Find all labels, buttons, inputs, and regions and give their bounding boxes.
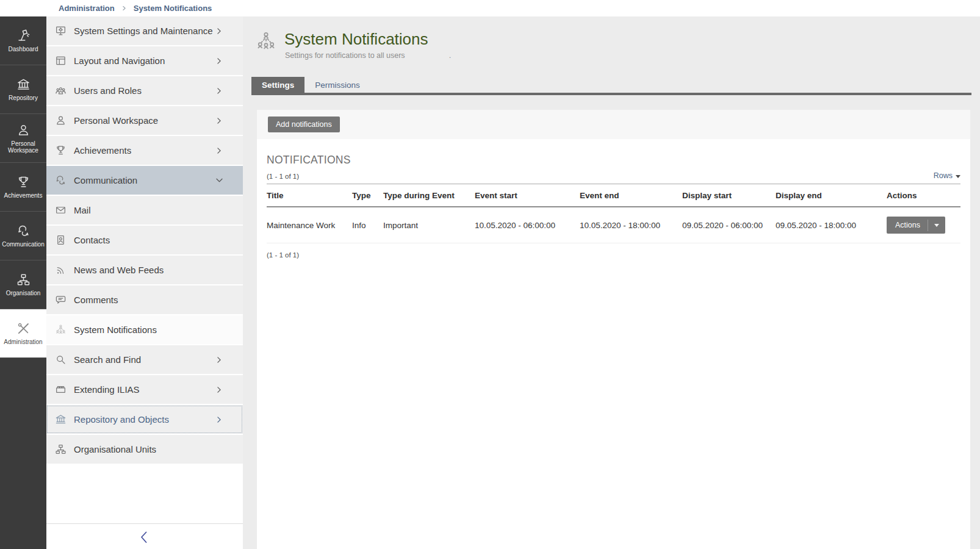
breadcrumb-item-current[interactable]: System Notifications xyxy=(134,4,212,13)
breadcrumb-bar: Administration System Notifications xyxy=(0,0,980,16)
sidebar-item-label: Mail xyxy=(74,205,91,215)
panel-toolbar: Add notifications xyxy=(257,110,970,139)
cell-display-start: 09.05.2020 - 06:00:00 xyxy=(682,207,776,243)
table-header-row: Title Type Type during Event Event start… xyxy=(267,184,960,207)
comment-icon xyxy=(55,295,67,306)
rail-item-achievements[interactable]: Achievements xyxy=(0,163,46,212)
row-actions-button[interactable]: Actions xyxy=(887,217,945,234)
rail-item-administration[interactable]: Administration xyxy=(0,309,46,358)
sidebar-item-search-find[interactable]: Search and Find xyxy=(46,345,243,374)
sidebar-item-layout-navigation[interactable]: Layout and Navigation xyxy=(46,46,243,75)
sidebar-item-label: Layout and Navigation xyxy=(74,56,165,66)
add-notifications-button[interactable]: Add notifications xyxy=(268,117,340,132)
section-title: NOTIFICATIONS xyxy=(267,154,960,167)
cell-display-end: 09.05.2020 - 18:00:00 xyxy=(776,207,887,243)
users-icon xyxy=(55,85,67,96)
people-network-icon xyxy=(55,325,67,336)
rail-item-dashboard[interactable]: Dashboard xyxy=(0,16,46,65)
orgchart-icon xyxy=(55,444,67,455)
rail-item-label: Communication xyxy=(1,241,45,248)
sidebar-item-label: News and Web Feeds xyxy=(74,265,164,275)
sidebar-item-label: System Notifications xyxy=(74,325,157,335)
sidebar-item-repository-objects[interactable]: Repository and Objects xyxy=(46,405,243,434)
rail-item-label: Organisation xyxy=(5,290,42,296)
notifications-table: Title Type Type during Event Event start… xyxy=(267,184,960,243)
rail-item-repository[interactable]: Repository xyxy=(0,65,46,114)
sidebar-item-users-roles[interactable]: Users and Roles xyxy=(46,76,243,105)
cell-type: Info xyxy=(352,207,383,243)
rail-item-label: Administration xyxy=(2,339,43,345)
main-rail: Dashboard Repository Personal Workspace … xyxy=(0,16,46,549)
rail-item-personal-workspace[interactable]: Personal Workspace xyxy=(0,114,46,163)
sidebar-item-extending-ilias[interactable]: Extending ILIAS xyxy=(46,375,243,404)
envelope-icon xyxy=(55,205,67,216)
rail-item-communication[interactable]: Communication xyxy=(0,212,46,260)
breadcrumb-separator-icon xyxy=(121,5,128,12)
chevron-right-icon xyxy=(215,384,227,395)
bank-icon xyxy=(16,77,31,92)
magnifier-icon xyxy=(55,354,67,365)
idcard-icon xyxy=(55,235,67,246)
chat-icon xyxy=(55,175,67,186)
actions-dropdown-toggle[interactable] xyxy=(928,220,945,231)
sidebar-item-achievements[interactable]: Achievements xyxy=(46,136,243,165)
subtitle-trailing-dot: . xyxy=(449,51,451,60)
column-header-title: Title xyxy=(267,184,352,207)
sidebar-item-label: Users and Roles xyxy=(74,85,142,96)
sidebar-item-communication[interactable]: Communication xyxy=(46,166,243,195)
sidebar-item-label: Achievements xyxy=(74,145,131,156)
cell-event-end: 10.05.2020 - 18:00:00 xyxy=(580,207,682,243)
layout-icon xyxy=(55,56,67,66)
admin-sidebar: System Settings and Maintenance Layout a… xyxy=(46,16,243,549)
column-header-event-start: Event start xyxy=(475,184,580,207)
page-header: System Notifications Settings for notifi… xyxy=(243,16,980,77)
tools-icon xyxy=(16,321,31,336)
column-header-display-end: Display end xyxy=(776,184,887,207)
cell-event-start: 10.05.2020 - 06:00:00 xyxy=(475,207,580,243)
chevron-right-icon xyxy=(215,115,227,126)
column-header-display-start: Display start xyxy=(682,184,776,207)
sidebar-item-contacts[interactable]: Contacts xyxy=(46,226,243,254)
notifications-section: NOTIFICATIONS (1 - 1 of 1) Rows Title Ty… xyxy=(257,139,970,259)
sidebar-item-system-notifications[interactable]: System Notifications xyxy=(46,315,243,344)
rail-item-organisation[interactable]: Organisation xyxy=(0,260,46,309)
user-icon xyxy=(16,123,31,137)
cell-type-during-event: Important xyxy=(383,207,475,243)
rail-item-label: Achievements xyxy=(3,192,44,199)
sidebar-item-mail[interactable]: Mail xyxy=(46,196,243,224)
trophy-icon xyxy=(16,175,31,189)
chevron-right-icon xyxy=(215,26,227,37)
sidebar-item-system-settings[interactable]: System Settings and Maintenance xyxy=(46,16,243,45)
tab-settings[interactable]: Settings xyxy=(251,77,304,93)
breadcrumb: Administration System Notifications xyxy=(59,0,212,16)
column-header-actions: Actions xyxy=(887,184,960,207)
sidebar-item-comments[interactable]: Comments xyxy=(46,285,243,314)
sidebar-item-label: Search and Find xyxy=(74,354,141,365)
brick-icon xyxy=(55,384,67,395)
table-row: Maintenance Work Info Important 10.05.20… xyxy=(267,207,960,243)
rows-dropdown[interactable]: Rows xyxy=(934,171,960,180)
sidebar-item-organisational-units[interactable]: Organisational Units xyxy=(46,435,243,464)
sidebar-item-personal-workspace[interactable]: Personal Workspace xyxy=(46,106,243,135)
tab-permissions[interactable]: Permissions xyxy=(304,77,370,93)
content-panel: Add notifications NOTIFICATIONS (1 - 1 o… xyxy=(257,110,970,549)
rail-item-label: Personal Workspace xyxy=(0,140,46,154)
user-icon xyxy=(55,115,67,126)
sidebar-item-label: Contacts xyxy=(74,235,110,245)
chat-icon xyxy=(16,224,31,238)
sidebar-collapse-button[interactable] xyxy=(139,530,151,544)
column-header-type-during-event: Type during Event xyxy=(383,184,475,207)
trophy-icon xyxy=(55,145,67,156)
chevron-right-icon xyxy=(215,145,227,156)
monitor-gear-icon xyxy=(55,26,67,37)
sidebar-item-news-web-feeds[interactable]: News and Web Feeds xyxy=(46,256,243,284)
chevron-down-icon xyxy=(215,175,227,186)
caret-down-icon xyxy=(956,175,960,178)
orgchart-icon xyxy=(16,273,31,287)
sidebar-item-label: Extending ILIAS xyxy=(74,384,140,395)
breadcrumb-item-administration[interactable]: Administration xyxy=(59,4,115,13)
column-header-event-end: Event end xyxy=(580,184,682,207)
chevron-right-icon xyxy=(215,56,227,66)
cell-title: Maintenance Work xyxy=(267,207,352,243)
tab-bar: Settings Permissions xyxy=(251,77,971,95)
